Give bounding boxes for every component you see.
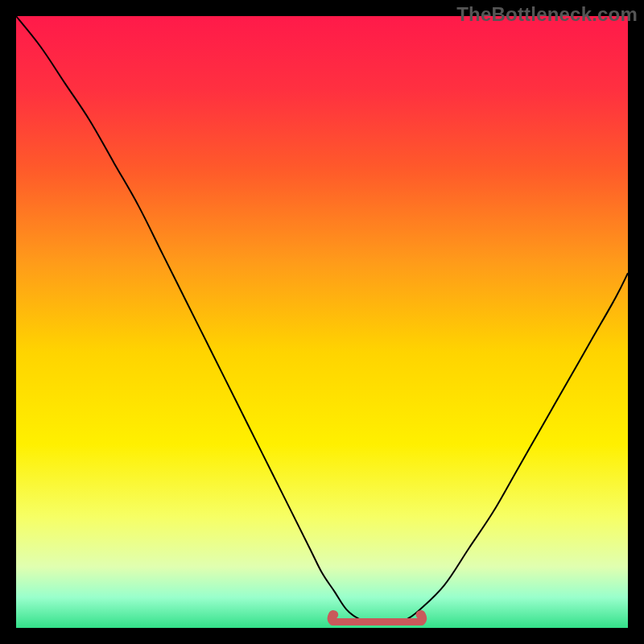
svg-point-1 <box>416 611 424 619</box>
chart-container: TheBottleneck.com <box>0 0 644 644</box>
watermark-text: TheBottleneck.com <box>456 3 638 26</box>
gradient-background <box>16 16 628 628</box>
svg-point-0 <box>330 611 338 619</box>
plot-area <box>16 16 628 628</box>
chart-svg <box>16 16 628 628</box>
